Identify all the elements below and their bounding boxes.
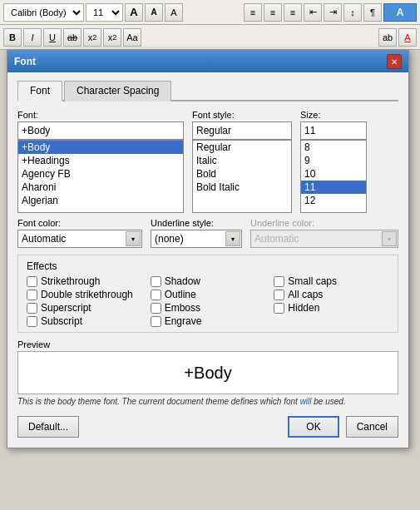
hidden-label: Hidden: [288, 302, 319, 314]
font-style-input[interactable]: [192, 121, 292, 140]
dialog-tabs: Font Character Spacing: [17, 79, 398, 102]
small-caps-input[interactable]: [274, 276, 284, 287]
size-item[interactable]: 12: [301, 194, 366, 207]
list-item[interactable]: Italic: [193, 154, 291, 167]
cancel-button[interactable]: Cancel: [346, 416, 398, 438]
preview-box: +Body: [17, 351, 398, 394]
outline-input[interactable]: [151, 290, 161, 300]
font-size-label: Size:: [300, 110, 367, 120]
underline-button[interactable]: U: [43, 28, 62, 47]
tab-font[interactable]: Font: [17, 81, 62, 102]
decrease-indent-button[interactable]: ⇤: [304, 3, 322, 22]
strikethrough-checkbox[interactable]: Strikethrough: [27, 275, 142, 287]
font-name-combo[interactable]: Calibri (Body): [3, 3, 84, 22]
ok-button[interactable]: OK: [288, 416, 338, 438]
size-item[interactable]: 10: [301, 167, 366, 181]
effects-grid: Strikethrough Shadow Small caps Double s…: [27, 275, 389, 327]
font-size-combo[interactable]: 11: [86, 3, 123, 22]
emboss-checkbox[interactable]: Emboss: [151, 302, 266, 314]
list-item[interactable]: Agency FB: [18, 167, 183, 181]
hidden-input[interactable]: [274, 303, 284, 314]
dialog-titlebar: Font ✕: [7, 51, 408, 72]
shadow-checkbox[interactable]: Shadow: [151, 275, 266, 287]
size-item[interactable]: 8: [301, 141, 366, 154]
grow-font-button[interactable]: A: [125, 3, 143, 22]
font-style-list[interactable]: Regular Italic Bold Bold Italic: [192, 140, 292, 213]
sort-button[interactable]: ↕: [343, 3, 362, 22]
engrave-checkbox[interactable]: Engrave: [151, 315, 266, 327]
font-size-input[interactable]: [300, 121, 367, 140]
all-caps-label: All caps: [288, 289, 323, 300]
preview-label: Preview: [17, 339, 398, 349]
change-case-button[interactable]: Aa: [123, 28, 141, 47]
font-fields-row: Font: +Body +Headings Agency FB Aharoni …: [17, 110, 398, 213]
subscript-label: Subscript: [41, 315, 82, 327]
shadow-input[interactable]: [151, 276, 161, 287]
list-item[interactable]: Algerian: [18, 194, 183, 207]
preview-note-end: be used.: [312, 397, 346, 406]
list-item[interactable]: +Headings: [18, 154, 183, 167]
double-strikethrough-label: Double strikethrough: [41, 289, 133, 300]
tab-character-spacing[interactable]: Character Spacing: [64, 81, 171, 102]
bullets-button[interactable]: ≡: [244, 3, 262, 22]
subscript-button[interactable]: x2: [83, 28, 101, 47]
shrink-font-button[interactable]: A: [145, 3, 163, 22]
underline-color-select[interactable]: Automatic: [250, 230, 398, 248]
strikethrough-button[interactable]: ab: [63, 28, 82, 47]
small-caps-checkbox[interactable]: Small caps: [274, 275, 389, 287]
italic-button[interactable]: I: [23, 28, 42, 47]
default-button[interactable]: Default...: [17, 416, 79, 438]
preview-text: +Body: [184, 364, 231, 383]
outline-label: Outline: [165, 289, 196, 300]
superscript-input[interactable]: [27, 303, 37, 314]
subscript-checkbox[interactable]: Subscript: [27, 315, 142, 327]
dialog-title: Font: [14, 56, 36, 67]
format-text-button[interactable]: A: [165, 3, 183, 22]
font-size-section: Size: 8 9 10 11 12: [300, 110, 367, 213]
underline-color-label: Underline color:: [250, 218, 398, 228]
numbering-button[interactable]: ≡: [264, 3, 282, 22]
preview-note-start: This is the body theme font. The current…: [17, 397, 300, 406]
dialog-body: Font Character Spacing Font: +Body +Head…: [7, 72, 408, 448]
font-color-button[interactable]: A: [398, 28, 417, 47]
emboss-input[interactable]: [151, 303, 161, 314]
size-item[interactable]: 9: [301, 154, 366, 167]
multilevel-button[interactable]: ≡: [284, 3, 302, 22]
font-name-list[interactable]: +Body +Headings Agency FB Aharoni Algeri…: [17, 140, 184, 213]
underline-style-select[interactable]: (none): [151, 230, 242, 248]
font-name-label: Font:: [17, 110, 184, 120]
engrave-input[interactable]: [151, 316, 161, 327]
double-strikethrough-checkbox[interactable]: Double strikethrough: [27, 289, 142, 300]
list-item[interactable]: Bold: [193, 167, 291, 181]
size-item[interactable]: 11: [301, 181, 366, 194]
highlight-button[interactable]: ab: [378, 28, 397, 47]
dialog-footer: Default... OK Cancel: [17, 413, 398, 439]
increase-indent-button[interactable]: ⇥: [324, 3, 342, 22]
dialog-close-button[interactable]: ✕: [387, 54, 402, 69]
list-item[interactable]: +Body: [18, 141, 183, 154]
outline-checkbox[interactable]: Outline: [151, 289, 266, 300]
small-caps-label: Small caps: [288, 275, 337, 287]
show-hide-button[interactable]: ¶: [363, 3, 382, 22]
style-indicator: A: [383, 3, 417, 22]
preview-note: This is the body theme font. The current…: [17, 397, 398, 406]
superscript-button[interactable]: x2: [103, 28, 121, 47]
subscript-input[interactable]: [27, 316, 37, 327]
underline-style-label: Underline style:: [151, 218, 242, 228]
hidden-checkbox[interactable]: Hidden: [274, 302, 389, 314]
all-caps-checkbox[interactable]: All caps: [274, 289, 389, 300]
underline-style-dropdown-wrap: (none) ▾: [151, 230, 242, 248]
font-color-select[interactable]: Automatic: [17, 230, 142, 248]
list-item[interactable]: Regular: [193, 141, 291, 154]
bold-button[interactable]: B: [3, 28, 22, 47]
all-caps-input[interactable]: [274, 290, 284, 300]
list-item[interactable]: Bold Italic: [193, 181, 291, 194]
font-name-input[interactable]: [17, 121, 184, 140]
double-strikethrough-input[interactable]: [27, 290, 37, 300]
superscript-checkbox[interactable]: Superscript: [27, 302, 142, 314]
emboss-label: Emboss: [165, 302, 200, 314]
strikethrough-input[interactable]: [27, 276, 37, 287]
list-item[interactable]: Aharoni: [18, 181, 183, 194]
font-size-list[interactable]: 8 9 10 11 12: [300, 140, 367, 213]
preview-section: Preview +Body This is the body theme fon…: [17, 339, 398, 406]
